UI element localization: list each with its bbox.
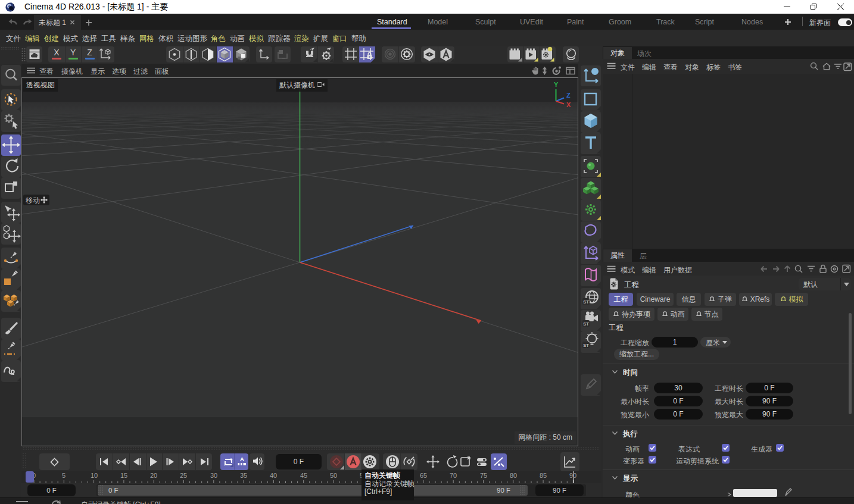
svg-text:Y: Y bbox=[554, 81, 559, 88]
svg-text:ST: ST bbox=[583, 321, 589, 327]
svg-text:ST: ST bbox=[583, 299, 589, 305]
svg-text:ST: ST bbox=[583, 343, 589, 348]
svg-text:Z: Z bbox=[566, 92, 571, 99]
svg-text:X: X bbox=[566, 101, 571, 108]
